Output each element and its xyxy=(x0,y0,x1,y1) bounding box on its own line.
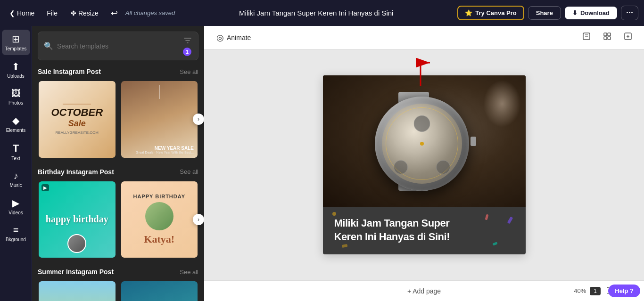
filter-badge: 1 xyxy=(183,48,191,56)
october-sale-preview: OCTOBER Sale REALLYGREASITE.COM xyxy=(39,81,116,158)
sidebar-item-label-photos: Photos xyxy=(8,100,23,106)
happy-birthday-text-2: HAPPY BIRTHDAY xyxy=(133,194,185,199)
design-image-area xyxy=(323,75,526,207)
templates-panel: 🔍 1 Sale Instagram Post See all OCTOBER xyxy=(32,26,204,301)
sidebar-item-background[interactable]: ≡ Bkground xyxy=(2,221,30,246)
sale-next-arrow[interactable]: › xyxy=(193,114,204,125)
search-input[interactable] xyxy=(57,42,179,50)
share-button[interactable]: Share xyxy=(528,6,561,20)
sidebar-item-music[interactable]: ♪ Music xyxy=(2,167,30,192)
notes-button[interactable] xyxy=(578,29,595,46)
sidebar-item-label-music: Music xyxy=(9,183,22,188)
topbar: ❮ Home File ✤ Resize ↩ All changes saved… xyxy=(0,0,644,26)
help-button[interactable]: Help ? xyxy=(608,285,640,297)
sale-section-title: Sale Instagram Post xyxy=(38,68,101,75)
newyear-subtitle: Great Deals - New Year With the Best... xyxy=(136,151,194,154)
document-title[interactable]: Miliki Jam Tangan Super Keren Ini Hanyas… xyxy=(239,9,393,17)
design-main-text[interactable]: Miliki Jam Tangan Super Keren Ini Hanyas… xyxy=(334,217,514,244)
star-icon: ⭐ xyxy=(465,9,472,16)
sidebar-item-label-templates: Templates xyxy=(5,46,27,51)
grid-icon xyxy=(603,32,612,41)
video-badge: ▶ xyxy=(41,184,49,191)
happy-birthday-text-1: happy birthday xyxy=(46,214,108,225)
search-bar: 🔍 1 xyxy=(38,32,198,60)
sidebar-item-elements[interactable]: ◆ Elements xyxy=(2,111,30,137)
summer-preview-2 xyxy=(121,281,198,301)
birthday-avatar xyxy=(67,234,86,253)
canvas-toolbar: ◎ Animate xyxy=(204,26,644,49)
more-options-button[interactable]: ··· xyxy=(621,6,638,20)
uploads-icon: ⬆ xyxy=(12,61,20,72)
newyear-sale-card[interactable]: NEW YEAR SALE Great Deals - New Year Wit… xyxy=(120,80,199,159)
design-canvas[interactable]: Miliki Jam Tangan Super Keren Ini Hanyas… xyxy=(323,75,526,254)
canvas-content[interactable]: Miliki Jam Tangan Super Keren Ini Hanyas… xyxy=(204,49,644,280)
sidebar-item-templates[interactable]: ⊞ Templates xyxy=(2,30,30,55)
templates-icon: ⊞ xyxy=(12,33,20,45)
back-button[interactable]: ❮ Home xyxy=(6,7,38,20)
october-decorative-line xyxy=(63,104,91,105)
birthday-section: Birthday Instagram Post See all ▶ happy … xyxy=(38,168,198,259)
topbar-left: ❮ Home File ✤ Resize ↩ All changes saved xyxy=(6,5,175,21)
topbar-right: ⭐ Try Canva Pro Share ⬇ Download ··· xyxy=(457,6,638,20)
canvas-area: ◎ Animate xyxy=(204,26,644,301)
main-layout: ⊞ Templates ⬆ Uploads 🖼 Photos ◆ Element… xyxy=(0,26,644,301)
birthday-section-title: Birthday Instagram Post xyxy=(38,168,114,176)
svg-rect-5 xyxy=(604,37,607,40)
newyear-title: NEW YEAR SALE xyxy=(155,146,194,151)
sidebar-item-label-uploads: Uploads xyxy=(7,73,25,79)
sidebar-item-videos[interactable]: ▶ Videos xyxy=(2,194,30,219)
filter-button[interactable]: 1 xyxy=(183,36,192,56)
summer-section-header: Summer Instagram Post See all xyxy=(38,268,198,276)
try-pro-button[interactable]: ⭐ Try Canva Pro xyxy=(457,6,524,20)
page-indicator: 1 xyxy=(590,287,601,295)
text-icon: T xyxy=(13,142,19,155)
design-text-area[interactable]: Miliki Jam Tangan Super Keren Ini Hanyas… xyxy=(323,207,526,254)
sale-see-all-button[interactable]: See all xyxy=(180,68,198,75)
download-button[interactable]: ⬇ Download xyxy=(565,7,617,19)
download-icon: ⬇ xyxy=(572,9,578,16)
background-icon: ≡ xyxy=(13,225,19,236)
add-page-button[interactable]: + Add page xyxy=(402,285,446,298)
resize-icon: ✤ xyxy=(71,9,76,17)
music-icon: ♪ xyxy=(14,171,18,181)
summer-section: Summer Instagram Post See all STAY POSIT… xyxy=(38,268,198,301)
sale-section: Sale Instagram Post See all OCTOBER Sale… xyxy=(38,68,198,159)
sidebar-item-uploads[interactable]: ⬆ Uploads xyxy=(2,57,30,82)
resize-button[interactable]: ✤ Resize xyxy=(66,7,103,20)
summer-see-all-button[interactable]: See all xyxy=(180,268,198,276)
sale-section-header: Sale Instagram Post See all xyxy=(38,68,198,75)
undo-button[interactable]: ↩ xyxy=(107,5,122,21)
birthday-card-1[interactable]: ▶ happy birthday xyxy=(38,180,116,259)
birthday-next-arrow[interactable]: › xyxy=(193,214,204,225)
sidebar-item-photos[interactable]: 🖼 Photos xyxy=(2,84,30,109)
svg-rect-3 xyxy=(604,33,607,36)
summer-preview-1: STAY POSITIVE xyxy=(39,281,116,301)
newyear-sale-preview: NEW YEAR SALE Great Deals - New Year Wit… xyxy=(121,81,198,158)
canvas-bottom-bar: + Add page 40% 1 ⛶ Help ? xyxy=(204,280,644,301)
birthday-preview-2: HAPPY BIRTHDAY Katya! xyxy=(121,181,198,258)
birthday-photo xyxy=(145,202,173,230)
filter-icon xyxy=(183,36,192,45)
svg-rect-4 xyxy=(608,33,611,36)
animate-button[interactable]: ◎ Animate xyxy=(212,30,256,46)
birthday-card-2[interactable]: HAPPY BIRTHDAY Katya! xyxy=(120,180,199,259)
watch-crown xyxy=(471,137,476,146)
watch-container xyxy=(323,75,526,207)
birthday-template-grid: ▶ happy birthday HAPPY BIRTHDAY Katya! › xyxy=(38,180,198,259)
sidebar-icons: ⊞ Templates ⬆ Uploads 🖼 Photos ◆ Element… xyxy=(0,26,32,301)
summer-card-2[interactable] xyxy=(120,280,199,301)
sidebar-item-text[interactable]: T Text xyxy=(2,138,30,165)
birthday-see-all-button[interactable]: See all xyxy=(180,168,198,175)
videos-icon: ▶ xyxy=(12,197,19,209)
confetti-5 xyxy=(341,244,347,248)
grid-view-button[interactable] xyxy=(599,29,616,46)
katya-text: Katya! xyxy=(144,233,174,245)
search-icon: 🔍 xyxy=(44,41,53,50)
canvas-toolbar-left: ◎ Animate xyxy=(212,30,256,46)
summer-card-1[interactable]: STAY POSITIVE xyxy=(38,280,116,301)
add-page-icon-button[interactable] xyxy=(619,29,636,46)
file-button[interactable]: File xyxy=(42,7,62,20)
sidebar-item-label-elements: Elements xyxy=(6,128,26,133)
october-sale-card[interactable]: OCTOBER Sale REALLYGREASITE.COM xyxy=(38,80,116,159)
sidebar-item-label-videos: Videos xyxy=(8,210,23,215)
